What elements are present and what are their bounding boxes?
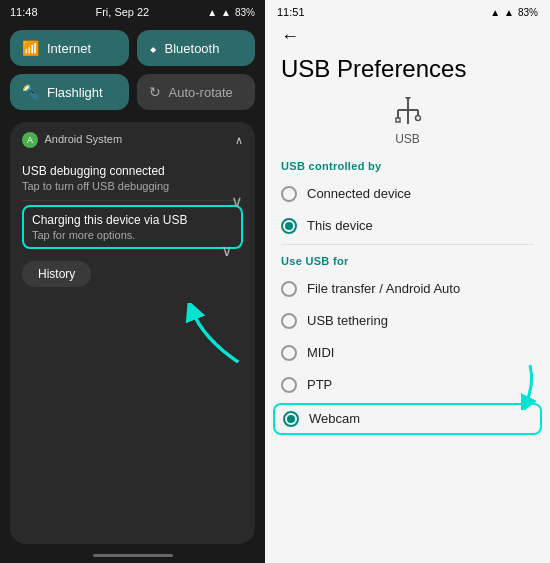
notif-debug-sub: Tap to turn off USB debugging	[22, 180, 243, 192]
section-label-use: Use USB for	[281, 255, 534, 267]
battery-right: 83%	[518, 7, 538, 18]
section-usb-controlled: USB controlled by Connected device This …	[281, 160, 534, 242]
notif-collapse-icon[interactable]: ∧	[235, 134, 243, 147]
usb-symbol-icon	[392, 96, 424, 132]
radio-webcam-label: Webcam	[309, 411, 360, 426]
radio-webcam-inner	[287, 415, 295, 423]
radio-ptp-outer[interactable]	[281, 377, 297, 393]
autorotate-label: Auto-rotate	[169, 85, 233, 100]
notif-usb-debug[interactable]: USB debugging connected Tap to turn off …	[22, 156, 243, 201]
wifi-right-icon: ▲	[490, 7, 500, 18]
notif-charging[interactable]: Charging this device via USB Tap for mor…	[22, 205, 243, 249]
flashlight-label: Flashlight	[47, 85, 103, 100]
usb-icon-area: USB	[281, 96, 534, 146]
bluetooth-icon: ⬥	[149, 40, 157, 56]
notif-charging-title: Charging this device via USB	[32, 213, 233, 227]
signal-right-icon: ▲	[504, 7, 514, 18]
wifi-icon: ▲	[207, 7, 217, 18]
signal-icon: ▲	[221, 7, 231, 18]
arrow-left	[180, 303, 250, 363]
notif-charging-sub: Tap for more options.	[32, 229, 233, 241]
quick-tiles: 📶 Internet ⬥ Bluetooth 🔦 Flashlight ↻ Au…	[0, 22, 265, 118]
divider	[281, 244, 534, 245]
right-panel: 11:51 ▲ ▲ 83% ← USB Preferences USB USB …	[265, 0, 550, 563]
home-indicator-left	[93, 554, 173, 557]
usb-label: USB	[395, 132, 420, 146]
radio-connected-device-label: Connected device	[307, 186, 411, 201]
radio-usb-tethering-outer[interactable]	[281, 313, 297, 329]
time-left: 11:48	[10, 6, 38, 18]
android-icon: A	[22, 132, 38, 148]
page-title: USB Preferences	[281, 55, 534, 84]
radio-webcam[interactable]: Webcam	[273, 403, 542, 435]
radio-usb-tethering-label: USB tethering	[307, 313, 388, 328]
svg-point-6	[415, 115, 420, 120]
bluetooth-label: Bluetooth	[165, 41, 220, 56]
status-icons-left: ▲ ▲ 83%	[207, 7, 255, 18]
internet-label: Internet	[47, 41, 91, 56]
radio-usb-tethering[interactable]: USB tethering	[281, 305, 534, 337]
radio-ptp-label: PTP	[307, 377, 332, 392]
usb-content: ← USB Preferences USB USB controlled by …	[265, 22, 550, 563]
svg-marker-7	[405, 97, 411, 101]
notif-debug-title: USB debugging connected	[22, 164, 243, 178]
back-button[interactable]: ←	[281, 26, 534, 47]
status-icons-right: ▲ ▲ 83%	[490, 7, 538, 18]
svg-rect-5	[396, 118, 400, 122]
internet-tile[interactable]: 📶 Internet	[10, 30, 129, 66]
notif-header-label: Android System	[44, 133, 122, 145]
time-right: 11:51	[277, 6, 305, 18]
autorotate-tile[interactable]: ↻ Auto-rotate	[137, 74, 256, 110]
status-bar-left: 11:48 Fri, Sep 22 ▲ ▲ 83%	[0, 0, 265, 22]
radio-this-device[interactable]: This device	[281, 210, 534, 242]
radio-midi-outer[interactable]	[281, 345, 297, 361]
radio-connected-device-outer[interactable]	[281, 186, 297, 202]
date-left: Fri, Sep 22	[95, 6, 149, 18]
arrow-webcam-icon	[495, 360, 545, 410]
radio-webcam-outer[interactable]	[283, 411, 299, 427]
flashlight-tile[interactable]: 🔦 Flashlight	[10, 74, 129, 110]
section-label-controlled: USB controlled by	[281, 160, 534, 172]
notif-header-row: A Android System	[22, 132, 122, 148]
radio-file-transfer-label: File transfer / Android Auto	[307, 281, 460, 296]
expand-icon[interactable]: ∨	[231, 192, 243, 211]
radio-file-transfer-outer[interactable]	[281, 281, 297, 297]
notif-header: A Android System ∧	[22, 132, 243, 148]
autorotate-icon: ↻	[149, 84, 161, 100]
radio-connected-device[interactable]: Connected device	[281, 178, 534, 210]
bluetooth-tile[interactable]: ⬥ Bluetooth	[137, 30, 256, 66]
internet-icon: 📶	[22, 40, 39, 56]
radio-file-transfer[interactable]: File transfer / Android Auto	[281, 273, 534, 305]
radio-this-device-inner	[285, 222, 293, 230]
left-panel: 11:48 Fri, Sep 22 ▲ ▲ 83% 📶 Internet ⬥ B…	[0, 0, 265, 563]
battery-left: 83%	[235, 7, 255, 18]
radio-this-device-outer[interactable]	[281, 218, 297, 234]
flashlight-icon: 🔦	[22, 84, 39, 100]
expand-charging-icon[interactable]: ∨	[221, 241, 233, 260]
section-use-usb-for: Use USB for File transfer / Android Auto…	[281, 255, 534, 435]
radio-this-device-label: This device	[307, 218, 373, 233]
status-bar-right: 11:51 ▲ ▲ 83%	[265, 0, 550, 22]
history-button[interactable]: History	[22, 261, 91, 287]
radio-midi-label: MIDI	[307, 345, 334, 360]
